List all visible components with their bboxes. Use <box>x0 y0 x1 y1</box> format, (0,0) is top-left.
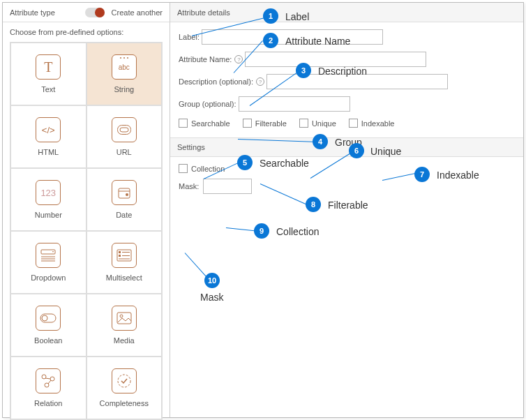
indexable-checkbox[interactable]: Indexable <box>349 119 395 128</box>
filterable-checkbox[interactable]: Filterable <box>243 119 287 128</box>
callout-badge-6: 6 <box>349 143 364 158</box>
type-completeness[interactable]: Completeness <box>87 357 163 419</box>
callout-badge-1: 1 <box>263 8 278 24</box>
type-label: URL <box>117 148 132 156</box>
string-icon: abc <box>112 54 137 80</box>
svg-point-17 <box>120 315 123 317</box>
group-row: Group (optional): <box>179 96 515 112</box>
callout-label-6: Unique <box>370 146 401 157</box>
type-label: Dropdown <box>31 273 66 282</box>
attribute-details-title: Attribute details <box>177 8 230 17</box>
settings-title: Settings <box>177 143 205 151</box>
callout-label-9: Collection <box>276 226 319 237</box>
indexable-label: Indexable <box>361 119 395 128</box>
searchable-checkbox[interactable]: Searchable <box>179 119 230 128</box>
callout-badge-4: 4 <box>313 134 328 149</box>
attribute-type-title: Attribute type <box>10 8 55 17</box>
type-label: Relation <box>34 399 62 407</box>
mask-row: Mask: <box>179 179 515 194</box>
checkbox-row: Searchable Filterable Unique Indexable <box>179 119 515 128</box>
callout-badge-2: 2 <box>263 33 278 48</box>
group-label: Group (optional): <box>179 100 236 108</box>
type-grid: T Text abc String </> HTML UR <box>10 42 163 420</box>
type-label: Date <box>116 211 132 219</box>
type-boolean[interactable]: Boolean <box>10 294 87 357</box>
callout-badge-7: 7 <box>414 167 430 182</box>
type-html[interactable]: </> HTML <box>10 105 87 168</box>
attrname-row: Attribute Name: ? <box>179 52 515 67</box>
create-another-label: Create another <box>112 8 163 17</box>
callout-badge-5: 5 <box>237 155 253 170</box>
toggle-knob <box>95 8 105 17</box>
text-icon: T <box>36 54 61 80</box>
unique-label: Unique <box>312 119 336 128</box>
callout-label-8: Filterable <box>328 200 368 211</box>
type-text[interactable]: T Text <box>10 43 87 105</box>
relation-icon <box>36 368 61 393</box>
attrname-label: Attribute Name: <box>179 55 232 63</box>
url-icon <box>112 117 137 142</box>
multiselect-icon <box>112 243 137 268</box>
help-icon[interactable]: ? <box>256 77 264 86</box>
dropdown-icon <box>36 243 61 268</box>
unique-checkbox[interactable]: Unique <box>299 119 336 128</box>
type-label: Completeness <box>100 399 149 407</box>
svg-rect-9 <box>119 251 121 253</box>
type-label: Media <box>114 336 135 345</box>
type-label: Multiselect <box>106 273 142 282</box>
type-relation[interactable]: Relation <box>10 357 87 419</box>
completeness-icon <box>112 368 137 393</box>
type-string[interactable]: abc String <box>87 43 163 105</box>
callout-label-10: Mask <box>200 292 223 303</box>
mask-input[interactable] <box>203 179 252 194</box>
mask-label: Mask: <box>179 182 199 190</box>
type-media[interactable]: Media <box>87 294 163 357</box>
description-label: Description (optional): <box>179 77 253 86</box>
callout-badge-10: 10 <box>204 273 220 288</box>
type-number[interactable]: 123 Number <box>10 168 87 231</box>
svg-rect-11 <box>119 255 121 257</box>
callout-label-1: Label <box>285 11 309 22</box>
searchable-label: Searchable <box>191 119 230 128</box>
svg-point-15 <box>42 315 47 321</box>
type-multiselect[interactable]: Multiselect <box>87 231 163 294</box>
type-label: Text <box>41 85 55 93</box>
type-url[interactable]: URL <box>87 105 163 168</box>
svg-line-22 <box>48 380 51 384</box>
attrname-input[interactable] <box>245 52 426 67</box>
type-label: Number <box>35 211 62 219</box>
svg-line-21 <box>45 378 50 379</box>
svg-rect-0 <box>117 126 130 135</box>
callout-label-7: Indexable <box>437 170 479 181</box>
app-frame: Attribute type Create another Choose fro… <box>2 2 524 418</box>
svg-rect-16 <box>117 313 131 324</box>
svg-rect-1 <box>119 188 130 198</box>
number-icon: 123 <box>36 180 61 205</box>
date-icon <box>112 180 137 205</box>
type-date[interactable]: Date <box>87 168 163 231</box>
callout-badge-8: 8 <box>306 197 321 212</box>
svg-rect-14 <box>40 314 56 322</box>
callout-badge-3: 3 <box>296 63 311 78</box>
left-panel: Attribute type Create another Choose fro… <box>3 3 170 417</box>
create-another-toggle[interactable] <box>85 8 105 17</box>
svg-point-23 <box>118 375 130 387</box>
group-input[interactable] <box>239 96 350 112</box>
attribute-type-header: Attribute type Create another <box>3 3 170 22</box>
choose-predefined-label: Choose from pre-defined options: <box>3 22 170 39</box>
media-icon <box>112 306 137 331</box>
svg-point-3 <box>126 193 128 196</box>
html-icon: </> <box>36 117 61 142</box>
filterable-label: Filterable <box>255 119 287 128</box>
callout-label-2: Attribute Name <box>285 36 350 47</box>
type-label: Boolean <box>34 336 62 345</box>
callout-badge-9: 9 <box>254 223 269 239</box>
callout-label-5: Searchable <box>260 158 309 169</box>
callout-label-3: Description <box>318 66 367 77</box>
boolean-icon <box>36 306 61 331</box>
type-dropdown[interactable]: Dropdown <box>10 231 87 294</box>
type-label: HTML <box>38 148 59 156</box>
type-label: String <box>114 85 134 93</box>
attribute-details-header: Attribute details <box>170 3 523 22</box>
